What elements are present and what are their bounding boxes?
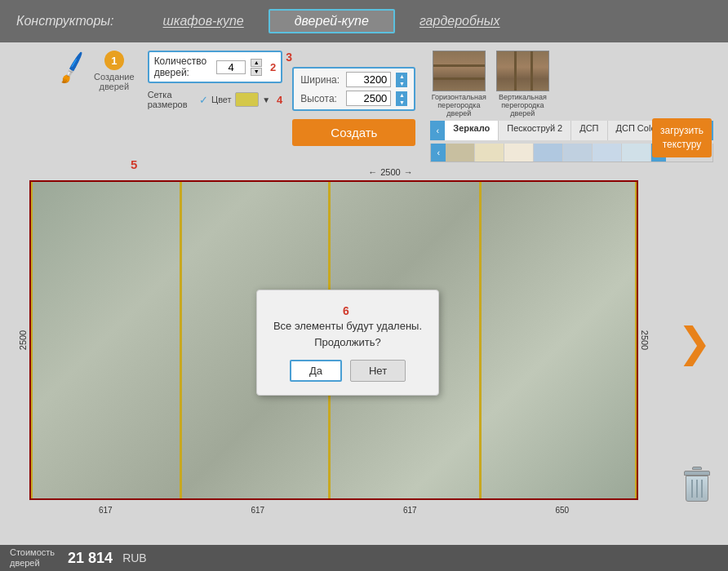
- qty-down-btn[interactable]: ▼: [251, 68, 262, 76]
- nav-item-garderob[interactable]: гардеробных: [395, 11, 525, 32]
- color-label: Цвет: [211, 95, 232, 104]
- color-cell-1[interactable]: [446, 144, 475, 162]
- width-label: Ширина:: [300, 74, 341, 86]
- badge-3: 3: [286, 51, 415, 64]
- mat-tab-dsp[interactable]: ДСП: [571, 121, 607, 140]
- width-spinners: ▲ ▼: [396, 73, 407, 87]
- mat-preview-horiz[interactable]: Горизонтальнаяперегородка дверей: [430, 51, 487, 117]
- nav-item-dveri[interactable]: дверей-купе: [269, 9, 395, 33]
- step1-circle: 1: [104, 51, 124, 70]
- grid-color-row: Сетка размеров ✓ Цвет ▼ 4: [148, 90, 283, 109]
- color-dropdown-icon[interactable]: ▼: [262, 95, 270, 104]
- mat-color-prev[interactable]: ‹: [431, 144, 446, 162]
- main-area: 🖌️ 1 Создание дверей Количество дверей: …: [0, 42, 728, 545]
- trash-bin[interactable]: [684, 467, 710, 502]
- upload-texture-btn[interactable]: загрузитьтекстуру: [652, 118, 712, 157]
- brush-icon: 🖌️: [54, 51, 91, 86]
- top-nav: Конструкторы: шкафов-купе дверей-купе га…: [0, 0, 728, 42]
- color-cell-2[interactable]: [475, 144, 504, 162]
- height-label: Высота:: [300, 93, 341, 104]
- grid-label: Сетка размеров: [148, 90, 196, 109]
- mat-tab-prev[interactable]: ‹: [430, 121, 445, 140]
- width-row: Ширина: ▲ ▼: [300, 72, 407, 87]
- badge-4: 4: [277, 94, 282, 106]
- mat-tab-zerkalo[interactable]: Зеркало: [445, 121, 499, 140]
- height-down-btn[interactable]: ▼: [396, 99, 407, 106]
- badge-2: 2: [270, 61, 276, 73]
- qty-up-btn[interactable]: ▲: [251, 59, 262, 67]
- create-btn[interactable]: Создать: [292, 119, 415, 146]
- status-label: Стоимостьдверей: [10, 547, 55, 569]
- width-down-btn[interactable]: ▼: [396, 80, 407, 87]
- width-input[interactable]: [346, 72, 391, 87]
- color-cell-5[interactable]: [563, 144, 593, 162]
- mat-preview-vert-label: Вертикальнаяперегородка дверей: [494, 93, 551, 117]
- color-cell-7[interactable]: [622, 144, 651, 162]
- status-price: 21 814: [68, 550, 113, 567]
- mat-tab-peskostru[interactable]: Пескоструй 2: [499, 121, 571, 140]
- nav-item-shkaf[interactable]: шкафов-купе: [139, 11, 269, 32]
- color-cell-3[interactable]: [504, 144, 534, 162]
- badge-6: 6: [343, 304, 349, 317]
- dialog-no-btn[interactable]: Нет: [350, 360, 406, 382]
- dialog-overlay: 6 Все элементы будут удалены.Продолжить?…: [16, 167, 679, 518]
- dialog-text: Все элементы будут удалены.Продолжить?: [273, 318, 422, 350]
- mat-preview-horiz-label: Горизонтальнаяперегородка дверей: [430, 93, 487, 117]
- qty-spinners: ▲ ▼: [251, 59, 262, 76]
- height-up-btn[interactable]: ▲: [396, 91, 407, 99]
- height-input[interactable]: [346, 91, 391, 106]
- mat-previews: Горизонтальнаяперегородка дверей Вертика…: [430, 51, 713, 117]
- color-cell-4[interactable]: [534, 144, 563, 162]
- color-cell-6[interactable]: [593, 144, 622, 162]
- width-up-btn[interactable]: ▲: [396, 73, 407, 80]
- status-currency: RUB: [122, 551, 147, 564]
- dim-box: Ширина: ▲ ▼ Высота: ▲ ▼: [292, 67, 415, 111]
- canvas-area: загрузитьтекстуру 5 ← 2500 → 2500 2500: [16, 167, 679, 518]
- qty-input[interactable]: 4: [216, 60, 246, 74]
- mat-preview-vert[interactable]: Вертикальнаяперегородка дверей: [494, 51, 551, 117]
- qty-label: Количество дверей:: [154, 55, 211, 78]
- status-bar: Стоимостьдверей 21 814 RUB: [0, 545, 728, 571]
- step1-label: Создание дверей: [94, 72, 135, 91]
- qty-box: Количество дверей: 4 ▲ ▼ 2: [148, 51, 283, 83]
- dialog-btns: Да Нет: [273, 360, 422, 382]
- dialog-box: 6 Все элементы будут удалены.Продолжить?…: [256, 290, 439, 396]
- check-icon[interactable]: ✓: [199, 94, 208, 106]
- next-arrow[interactable]: ❯: [677, 319, 712, 366]
- height-spinners: ▲ ▼: [396, 91, 407, 106]
- nav-label: Конструкторы:: [16, 14, 114, 29]
- height-row: Высота: ▲ ▼: [300, 91, 407, 106]
- color-swatch[interactable]: [235, 92, 260, 107]
- dialog-yes-btn[interactable]: Да: [290, 360, 342, 382]
